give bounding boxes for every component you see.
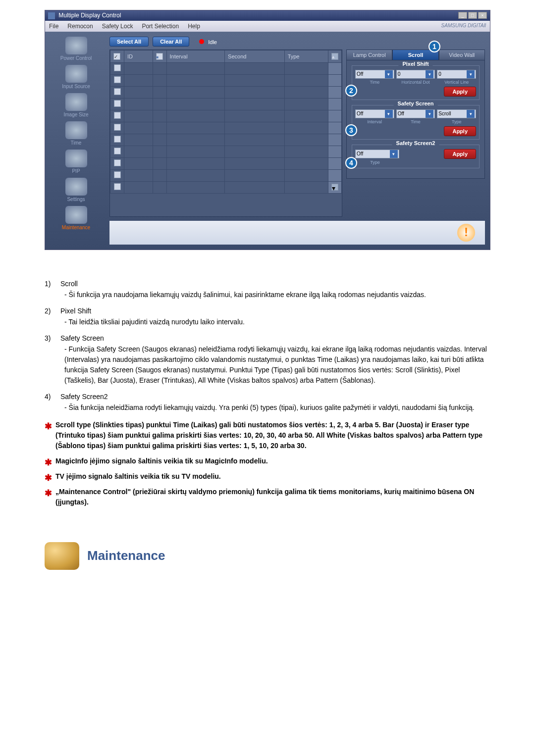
doc-title: Scroll: [60, 280, 78, 288]
doc-num: 1): [45, 280, 58, 288]
row-checkbox[interactable]: [114, 124, 121, 131]
settings-icon: [65, 178, 87, 196]
maximize-button[interactable]: □: [468, 12, 477, 19]
scroll-down[interactable]: ▾: [328, 181, 342, 193]
pixel-shift-apply-button[interactable]: Apply: [444, 87, 476, 97]
section-title: Maintenance: [87, 548, 165, 563]
col-interval[interactable]: Interval: [166, 50, 225, 62]
row-checkbox[interactable]: [114, 112, 121, 119]
table-row[interactable]: [110, 122, 342, 134]
sidebar: Power Control Input Source Image Size Ti…: [45, 32, 107, 250]
select-all-button[interactable]: Select All: [109, 37, 149, 47]
field-label: Interval: [355, 118, 394, 124]
pixel-shift-vline-select[interactable]: 0▾: [437, 70, 476, 79]
safety-screen-time-select[interactable]: Off▾: [396, 109, 435, 118]
field-label: Type: [355, 159, 395, 165]
row-checkbox[interactable]: [114, 136, 121, 143]
row-checkbox[interactable]: [114, 171, 121, 178]
power-icon: [65, 37, 87, 54]
pixel-shift-hdot-select[interactable]: 0▾: [396, 70, 435, 79]
doc-title: Safety Screen: [60, 334, 104, 342]
table-row[interactable]: [110, 110, 342, 122]
time-icon: [65, 121, 87, 139]
col-check[interactable]: [110, 50, 124, 62]
right-panel: Lamp Control Scroll Video Wall 1 Pixel S…: [346, 50, 485, 217]
group-title: Safety Screen2: [392, 140, 439, 146]
row-checkbox[interactable]: [114, 148, 121, 154]
table-row[interactable]: [110, 62, 342, 74]
window-title: Multiple Display Control: [58, 12, 121, 19]
table-row[interactable]: [110, 98, 342, 110]
group-title: Pixel Shift: [398, 61, 432, 67]
minimize-button[interactable]: _: [458, 12, 467, 19]
warning-icon: !: [457, 224, 475, 242]
table-row[interactable]: ▾: [110, 181, 342, 193]
scroll-up[interactable]: ▴: [328, 50, 342, 62]
main-area: Select All Clear All Idle ID: [107, 32, 490, 250]
callout-3: 3: [345, 124, 357, 136]
sidebar-item-time[interactable]: Time: [48, 121, 105, 146]
doc-num: 3): [45, 334, 58, 342]
sidebar-label: Image Size: [48, 112, 105, 117]
safety-screen-type-select[interactable]: Scroll▾: [437, 109, 476, 118]
tabs: Lamp Control Scroll Video Wall 1: [346, 50, 485, 60]
pixel-shift-time-select[interactable]: Off▾: [355, 70, 394, 79]
safety-screen2-apply-button[interactable]: Apply: [444, 149, 476, 159]
maintenance-section-icon: [45, 542, 79, 570]
tab-lamp-control[interactable]: Lamp Control: [346, 50, 392, 60]
doc-desc: - Funkcija Safety Screen (Saugos ekranas…: [64, 344, 490, 386]
app-icon: [48, 12, 55, 19]
menu-file[interactable]: File: [49, 23, 58, 30]
menu-safety-lock[interactable]: Safety Lock: [102, 23, 133, 30]
sidebar-label: Input Source: [48, 84, 105, 89]
table-row[interactable]: [110, 169, 342, 181]
callout-2: 2: [345, 85, 357, 97]
row-checkbox[interactable]: [114, 88, 121, 95]
table-row[interactable]: [110, 74, 342, 86]
row-checkbox[interactable]: [114, 76, 121, 83]
sidebar-label: Maintenance: [48, 225, 105, 230]
safety-screen2-type-select[interactable]: Off▾: [355, 150, 399, 158]
clear-all-button[interactable]: Clear All: [153, 37, 189, 47]
status-dot-icon: [199, 39, 204, 44]
chevron-down-icon: ▾: [426, 70, 433, 78]
sidebar-item-image-size[interactable]: Image Size: [48, 93, 105, 117]
window-controls: _ □ ×: [458, 12, 487, 19]
footer-bar: !: [109, 221, 485, 245]
col-type[interactable]: Type: [284, 50, 328, 62]
chevron-down-icon: ▾: [426, 110, 433, 118]
menu-remocon[interactable]: Remocon: [67, 23, 93, 30]
doc-body: 1) Scroll - Ši funkcija yra naudojama li…: [45, 280, 490, 507]
safety-screen2-group: Safety Screen2 4 Off▾ Apply Type: [352, 145, 480, 168]
maintenance-icon: [65, 206, 87, 224]
tab-video-wall[interactable]: Video Wall: [439, 50, 485, 60]
col-icon[interactable]: [153, 50, 166, 62]
sidebar-item-maintenance[interactable]: Maintenance: [48, 206, 105, 230]
chevron-down-icon: ▾: [467, 70, 475, 78]
sidebar-item-settings[interactable]: Settings: [48, 178, 105, 202]
table-row[interactable]: [110, 146, 342, 157]
row-checkbox[interactable]: [114, 64, 121, 71]
star-note: TV įėjimo signalo šaltinis veikia tik su…: [45, 471, 490, 482]
close-button[interactable]: ×: [478, 12, 487, 19]
sidebar-item-input-source[interactable]: Input Source: [48, 65, 105, 89]
menu-port-selection[interactable]: Port Selection: [142, 23, 179, 30]
row-checkbox[interactable]: [114, 183, 121, 190]
table-row[interactable]: [110, 157, 342, 169]
doc-desc: - Tai leidžia tiksliai pajudinti vaizdą …: [64, 317, 490, 327]
row-checkbox[interactable]: [114, 100, 121, 107]
menu-help[interactable]: Help: [188, 23, 200, 30]
sidebar-item-power-control[interactable]: Power Control: [48, 37, 105, 61]
content-row: ID Interval Second Type ▴: [109, 50, 485, 217]
table-row[interactable]: [110, 134, 342, 146]
chevron-down-icon: ▾: [385, 110, 393, 118]
callout-1: 1: [428, 41, 440, 52]
safety-screen-interval-select[interactable]: Off▾: [355, 109, 394, 118]
col-id[interactable]: ID: [124, 50, 153, 62]
safety-screen-apply-button[interactable]: Apply: [444, 126, 476, 136]
row-checkbox[interactable]: [114, 159, 121, 166]
sidebar-item-pip[interactable]: PIP: [48, 150, 105, 174]
col-second[interactable]: Second: [225, 50, 285, 62]
image-size-icon: [65, 93, 87, 111]
table-row[interactable]: [110, 86, 342, 98]
